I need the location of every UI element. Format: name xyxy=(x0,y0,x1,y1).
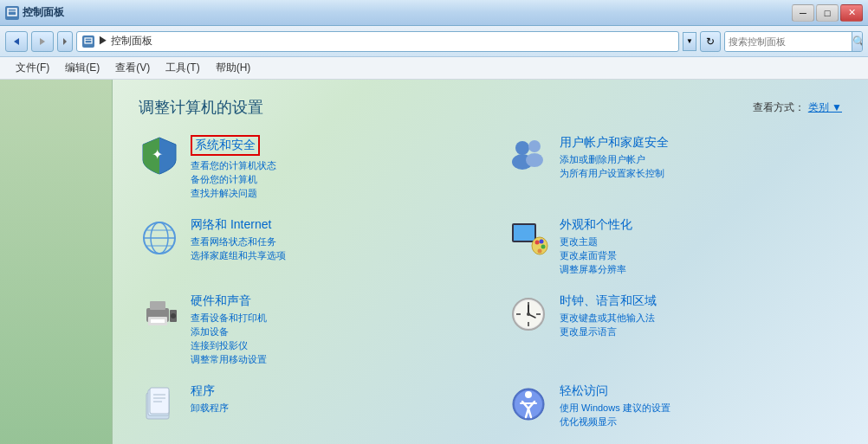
system-security-icon: ✦ xyxy=(139,135,180,177)
search-input[interactable] xyxy=(725,32,852,51)
svg-marker-2 xyxy=(14,38,19,45)
recent-button[interactable] xyxy=(57,31,73,52)
category-hardware: 硬件和声音 查看设备和打印机 添加设备 连接到投影仪 调整常用移动设置 xyxy=(139,293,473,366)
appearance-link-0[interactable]: 更改主题 xyxy=(560,235,842,248)
system-security-link-2[interactable]: 查找并解决问题 xyxy=(191,187,473,200)
category-clock: 时钟、语言和区域 更改键盘或其他输入法 更改显示语言 xyxy=(508,293,842,366)
window-icon xyxy=(5,6,19,20)
clock-text: 时钟、语言和区域 更改键盘或其他输入法 更改显示语言 xyxy=(560,293,842,338)
menu-view[interactable]: 查看(V) xyxy=(108,59,157,77)
hardware-link-1[interactable]: 添加设备 xyxy=(191,325,473,338)
forward-button[interactable] xyxy=(31,31,54,52)
system-security-link-0[interactable]: 查看您的计算机状态 xyxy=(191,159,473,172)
clock-title[interactable]: 时钟、语言和区域 xyxy=(560,293,842,309)
sidebar xyxy=(0,80,113,444)
clock-icon xyxy=(508,293,549,335)
svg-point-22 xyxy=(541,245,546,249)
menu-edit[interactable]: 编辑(E) xyxy=(58,59,107,77)
menu-bar: 文件(F) 编辑(E) 查看(V) 工具(T) 帮助(H) xyxy=(0,57,868,80)
category-system-security: ✦ 系统和安全 查看您的计算机状态 备份您的计算机 查找并解决问题 xyxy=(139,135,473,200)
menu-tools[interactable]: 工具(T) xyxy=(159,59,206,77)
network-link-0[interactable]: 查看网络状态和任务 xyxy=(191,235,473,248)
programs-text: 程序 卸载程序 xyxy=(191,383,473,415)
search-button[interactable]: 🔍 xyxy=(852,32,863,51)
view-mode-label: 查看方式： xyxy=(753,100,805,115)
svg-rect-18 xyxy=(514,225,534,241)
appearance-title[interactable]: 外观和个性化 xyxy=(560,217,842,233)
category-programs: 程序 卸载程序 xyxy=(139,383,473,428)
network-link-1[interactable]: 选择家庭组和共享选项 xyxy=(191,249,473,262)
window-controls: ─ □ ✕ xyxy=(792,4,863,22)
svg-point-47 xyxy=(525,391,532,398)
svg-point-10 xyxy=(528,140,541,152)
address-dropdown-button[interactable]: ▼ xyxy=(683,32,696,51)
ease-of-access-link-0[interactable]: 使用 Windows 建议的设置 xyxy=(560,402,842,415)
user-accounts-link-0[interactable]: 添加或删除用户帐户 xyxy=(560,153,842,166)
category-network: 网络和 Internet 查看网络状态和任务 选择家庭组和共享选项 xyxy=(139,217,473,276)
svg-point-38 xyxy=(527,312,530,316)
programs-icon xyxy=(139,383,180,425)
nav-bar: ▶ 控制面板 ▼ ↻ 🔍 xyxy=(0,26,868,57)
svg-point-8 xyxy=(515,141,529,155)
user-accounts-title[interactable]: 用户帐户和家庭安全 xyxy=(560,135,842,151)
svg-rect-41 xyxy=(150,388,169,414)
svg-text:✦: ✦ xyxy=(152,147,163,162)
page-title-row: 调整计算机的设置 查看方式： 类别 ▼ xyxy=(139,97,842,118)
address-bar[interactable]: ▶ 控制面板 xyxy=(76,31,679,52)
ease-of-access-link-1[interactable]: 优化视频显示 xyxy=(560,415,842,428)
back-button[interactable] xyxy=(5,31,28,52)
categories-grid: ✦ 系统和安全 查看您的计算机状态 备份您的计算机 查找并解决问题 xyxy=(139,135,842,428)
ease-of-access-icon xyxy=(508,383,549,425)
appearance-link-2[interactable]: 调整屏幕分辨率 xyxy=(560,263,842,276)
hardware-link-0[interactable]: 查看设备和打印机 xyxy=(191,312,473,325)
network-title[interactable]: 网络和 Internet xyxy=(191,217,473,233)
main-content: 调整计算机的设置 查看方式： 类别 ▼ ✦ xyxy=(0,80,868,444)
hardware-text: 硬件和声音 查看设备和打印机 添加设备 连接到投影仪 调整常用移动设置 xyxy=(191,293,473,366)
page-title: 调整计算机的设置 xyxy=(139,97,263,118)
hardware-icon xyxy=(139,293,180,335)
title-bar-left: 控制面板 xyxy=(5,5,64,20)
system-security-link-1[interactable]: 备份您的计算机 xyxy=(191,173,473,186)
system-security-text: 系统和安全 查看您的计算机状态 备份您的计算机 查找并解决问题 xyxy=(191,135,473,200)
user-accounts-text: 用户帐户和家庭安全 添加或删除用户帐户 为所有用户设置家长控制 xyxy=(560,135,842,180)
maximize-button[interactable]: □ xyxy=(816,4,839,22)
hardware-title[interactable]: 硬件和声音 xyxy=(191,293,473,309)
category-appearance: 外观和个性化 更改主题 更改桌面背景 调整屏幕分辨率 xyxy=(508,217,842,276)
programs-title[interactable]: 程序 xyxy=(191,383,473,399)
menu-help[interactable]: 帮助(H) xyxy=(209,59,258,77)
network-icon xyxy=(139,217,180,259)
user-accounts-link-1[interactable]: 为所有用户设置家长控制 xyxy=(560,167,842,180)
appearance-link-1[interactable]: 更改桌面背景 xyxy=(560,249,842,262)
user-accounts-icon xyxy=(508,135,549,177)
programs-link-0[interactable]: 卸载程序 xyxy=(191,402,473,415)
clock-link-1[interactable]: 更改显示语言 xyxy=(560,325,842,338)
category-user-accounts: 用户帐户和家庭安全 添加或删除用户帐户 为所有用户设置家长控制 xyxy=(508,135,842,200)
content-area: 调整计算机的设置 查看方式： 类别 ▼ ✦ xyxy=(113,80,868,444)
svg-marker-3 xyxy=(40,38,45,45)
svg-point-20 xyxy=(535,241,540,245)
search-bar: 🔍 xyxy=(724,31,863,52)
window-title: 控制面板 xyxy=(23,5,64,20)
svg-point-11 xyxy=(526,153,543,167)
refresh-button[interactable]: ↻ xyxy=(700,31,721,52)
svg-marker-4 xyxy=(63,38,67,45)
appearance-text: 外观和个性化 更改主题 更改桌面背景 调整屏幕分辨率 xyxy=(560,217,842,276)
svg-rect-27 xyxy=(151,319,165,323)
title-bar: 控制面板 ─ □ ✕ xyxy=(0,0,868,26)
clock-link-0[interactable]: 更改键盘或其他输入法 xyxy=(560,312,842,325)
menu-file[interactable]: 文件(F) xyxy=(9,59,56,77)
svg-rect-25 xyxy=(150,301,165,310)
svg-point-29 xyxy=(171,313,176,319)
ease-of-access-title[interactable]: 轻松访问 xyxy=(560,383,842,399)
address-text: ▶ 控制面板 xyxy=(98,34,673,48)
system-security-title[interactable]: 系统和安全 xyxy=(191,135,260,156)
appearance-icon xyxy=(508,217,549,259)
hardware-link-3[interactable]: 调整常用移动设置 xyxy=(191,353,473,366)
close-button[interactable]: ✕ xyxy=(840,4,863,22)
hardware-link-2[interactable]: 连接到投影仪 xyxy=(191,339,473,352)
svg-rect-5 xyxy=(85,38,92,43)
minimize-button[interactable]: ─ xyxy=(792,4,814,22)
ease-of-access-text: 轻松访问 使用 Windows 建议的设置 优化视频显示 xyxy=(560,383,842,428)
view-mode-button[interactable]: 类别 ▼ xyxy=(808,100,842,115)
category-ease-of-access: 轻松访问 使用 Windows 建议的设置 优化视频显示 xyxy=(508,383,842,428)
